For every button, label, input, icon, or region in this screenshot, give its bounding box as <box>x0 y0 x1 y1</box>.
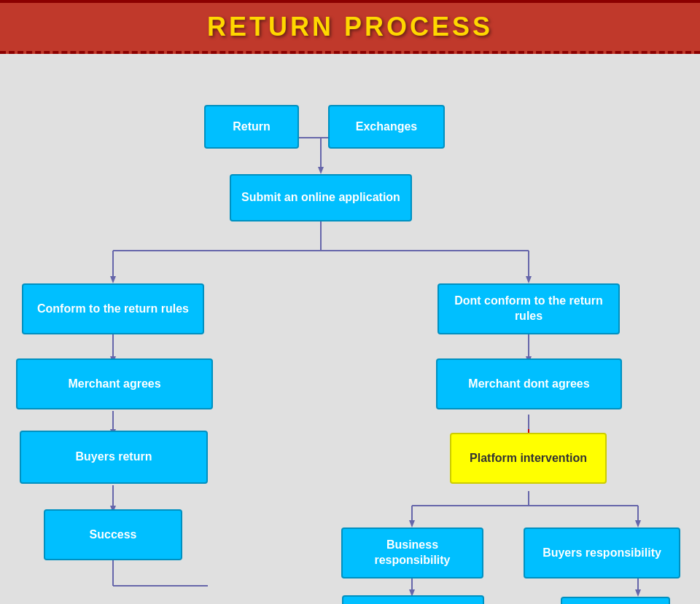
buyers-return-right-box: Buyers return <box>342 595 484 604</box>
buyers-return-left-box: Buyers return <box>20 431 208 484</box>
exchanges-box: Exchanges <box>328 105 445 149</box>
page-title: RETURN PROCESS <box>207 12 493 42</box>
merchant-dont-agrees-box: Merchant dont agrees <box>436 358 622 409</box>
merchant-agrees-box: Merchant agrees <box>16 358 213 409</box>
conform-box: Conform to the return rules <box>22 283 204 334</box>
svg-marker-27 <box>635 520 641 527</box>
svg-marker-25 <box>409 520 415 527</box>
success-box: Success <box>44 509 182 560</box>
header: RETURN PROCESS <box>0 0 700 54</box>
diagram-area: Return Exchanges Submit an online applic… <box>0 54 700 604</box>
dont-conform-box: Dont conform to the return rules <box>438 283 620 334</box>
svg-marker-31 <box>635 589 641 597</box>
platform-intervention-box: Platform intervention <box>450 433 607 484</box>
main-container: RETURN PROCESS <box>0 0 700 604</box>
business-responsibility-box: Business responsibility <box>341 527 483 578</box>
buyers-responsibility-box: Buyers responsibility <box>524 527 680 578</box>
svg-marker-2 <box>318 167 324 174</box>
svg-marker-8 <box>526 276 532 283</box>
return-box: Return <box>204 105 299 149</box>
svg-marker-6 <box>110 276 116 283</box>
submit-box: Submit an online application <box>230 174 412 221</box>
failure-box: Failure <box>561 597 670 604</box>
